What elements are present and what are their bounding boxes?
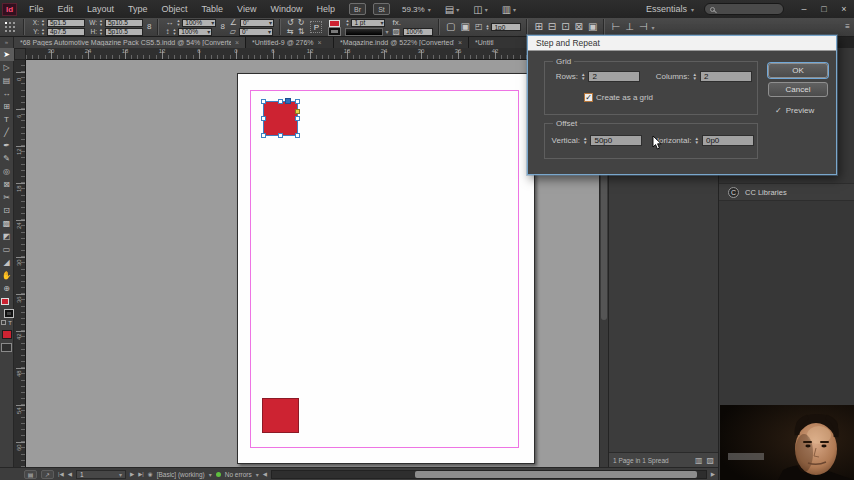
stroke-weight-dropdown[interactable]: ▾: [351, 19, 385, 27]
menu-help[interactable]: Help: [309, 0, 342, 18]
selected-red-rectangle[interactable]: [263, 101, 298, 136]
menu-view[interactable]: View: [230, 0, 263, 18]
pages-view-icon[interactable]: ▥: [695, 456, 703, 465]
vertical-offset-field[interactable]: [590, 135, 642, 146]
tool-rectangle-frame[interactable]: ⊠: [0, 178, 14, 191]
fill-swatch[interactable]: [1, 298, 9, 305]
tool-line[interactable]: ╱: [0, 126, 14, 139]
stroke-weight-field[interactable]: [352, 20, 380, 26]
previous-page-button[interactable]: ◀: [68, 471, 72, 477]
menu-layout[interactable]: Layout: [80, 0, 121, 18]
tool-gradient-feather[interactable]: ◩: [0, 230, 14, 243]
apply-color-button[interactable]: [2, 330, 12, 339]
constrain-wh-chain-icon[interactable]: 8: [146, 23, 152, 31]
tab-document-3[interactable]: *Magazine.indd @ 522% [Converted] ×: [334, 37, 469, 48]
fill-stroke-indicator[interactable]: [0, 298, 14, 318]
w-field[interactable]: [105, 19, 143, 27]
fit-content-to-frame-icon[interactable]: ⊠: [574, 19, 584, 35]
search-box[interactable]: [704, 3, 784, 15]
selection-handle[interactable]: [278, 99, 283, 104]
tab-close-icon[interactable]: ×: [458, 39, 462, 46]
next-page-button[interactable]: ▶: [130, 471, 134, 477]
reference-point-proxy[interactable]: [5, 22, 16, 33]
horizontal-scrollbar-thumb[interactable]: [415, 471, 697, 478]
arrange-documents-dropdown[interactable]: ▥ ▾: [502, 4, 516, 15]
selection-handle[interactable]: [261, 99, 266, 104]
selection-handle[interactable]: [261, 133, 266, 138]
menu-window[interactable]: Window: [263, 0, 309, 18]
flip-horizontal-icon[interactable]: ⇆: [286, 28, 295, 36]
scroll-left-arrow[interactable]: ◀: [263, 471, 267, 477]
wrap-around-icon[interactable]: ▣: [459, 19, 470, 35]
x-stepper[interactable]: ▲ ▼: [41, 19, 45, 26]
restore-button[interactable]: □: [814, 1, 834, 17]
horizontal-stepper[interactable]: ▲ ▼: [694, 137, 698, 145]
cancel-button[interactable]: Cancel: [768, 82, 828, 97]
tool-direct-selection[interactable]: ▷: [0, 61, 14, 74]
scroll-right-arrow[interactable]: ▶: [711, 471, 715, 477]
selection-handle[interactable]: [278, 133, 283, 138]
tool-type[interactable]: T: [0, 113, 14, 126]
tool-hand[interactable]: ✋: [0, 269, 14, 282]
selection-handle[interactable]: [295, 133, 300, 138]
rows-stepper[interactable]: ▲ ▼: [581, 73, 585, 81]
fit-frame-to-content-icon[interactable]: ▣: [587, 19, 598, 35]
columns-field[interactable]: [700, 71, 752, 82]
align-left-icon[interactable]: ⊢: [610, 19, 621, 35]
tool-content-collector[interactable]: ⊞: [0, 100, 14, 113]
ok-button[interactable]: OK: [768, 63, 828, 78]
select-container-p-icon[interactable]: P: [310, 21, 322, 33]
rotation-angle-dropdown[interactable]: ▾: [240, 19, 274, 27]
h-stepper[interactable]: ▲ ▼: [99, 28, 103, 35]
vertical-ruler[interactable]: 0 6 12 18 24 30 36 42 48 54 60: [14, 60, 26, 467]
screen-mode-button[interactable]: [1, 343, 12, 352]
rotation-angle-field[interactable]: [241, 20, 269, 26]
align-right-icon[interactable]: ⊣: [638, 19, 649, 35]
tab-document-4[interactable]: *Untitl: [469, 37, 529, 48]
scale-x-dropdown[interactable]: ▾: [182, 19, 216, 27]
flip-vertical-icon[interactable]: ⇅: [297, 28, 306, 36]
view-options-dropdown[interactable]: ▤ ▾: [445, 4, 459, 15]
preview-option[interactable]: ✓ Preview: [775, 106, 814, 115]
shear-angle-field[interactable]: [240, 29, 268, 35]
tab-close-icon[interactable]: ×: [318, 39, 322, 46]
tool-gap[interactable]: ↔: [0, 87, 14, 100]
selection-handle[interactable]: [295, 116, 300, 121]
minimize-button[interactable]: –: [794, 1, 814, 17]
corner-size-field[interactable]: [491, 23, 521, 31]
h-field[interactable]: [105, 28, 143, 36]
tool-pen[interactable]: ✒: [0, 139, 14, 152]
tool-free-transform[interactable]: ⊡: [0, 204, 14, 217]
bridge-button[interactable]: Br: [349, 3, 366, 15]
vertical-stepper[interactable]: ▲ ▼: [583, 137, 587, 145]
scale-x-field[interactable]: [183, 20, 211, 26]
tool-ellipse[interactable]: ◎: [0, 165, 14, 178]
menu-table[interactable]: Table: [195, 0, 231, 18]
tool-note[interactable]: ▭: [0, 243, 14, 256]
fill-frame-proportionally-icon[interactable]: ⊞: [533, 19, 543, 35]
stroke-weight-stepper[interactable]: ▲ ▼: [345, 19, 349, 26]
tool-eyedropper[interactable]: ◢: [0, 256, 14, 269]
last-page-button[interactable]: ▶|: [138, 471, 144, 477]
stroke-style-dropdown[interactable]: [345, 28, 383, 36]
scale-y-dropdown[interactable]: ▾: [178, 28, 212, 36]
horizontal-scrollbar[interactable]: [271, 470, 707, 479]
document-canvas[interactable]: [26, 60, 599, 467]
toolbar-collapse-icon[interactable]: »: [5, 37, 8, 48]
tool-pencil[interactable]: ✎: [0, 152, 14, 165]
y-stepper[interactable]: ▲ ▼: [41, 28, 45, 35]
workspace-switcher[interactable]: Essentials ▾: [646, 4, 694, 14]
opacity-field[interactable]: [403, 28, 433, 36]
tab-document-1[interactable]: *68 Pages Automotive Magazine Pack CS5.5…: [14, 37, 246, 48]
menu-type[interactable]: Type: [121, 0, 155, 18]
red-rectangle[interactable]: [262, 398, 299, 433]
status-share-button[interactable]: ↗: [41, 470, 54, 479]
scale-x-stepper[interactable]: ▲ ▼: [176, 19, 180, 26]
y-field[interactable]: [47, 28, 85, 36]
chevron-down-icon[interactable]: ▾: [256, 471, 259, 478]
tool-selection[interactable]: ➤: [0, 48, 14, 61]
fit-content-proportionally-icon[interactable]: ⊟: [547, 19, 557, 35]
tool-gradient[interactable]: ▩: [0, 217, 14, 230]
horizontal-ruler[interactable]: 30 24 18 12 6 0 6 12 18 24 30 36 42 48: [26, 48, 608, 60]
cc-libraries-panel-tab[interactable]: C CC Libraries: [719, 183, 854, 201]
